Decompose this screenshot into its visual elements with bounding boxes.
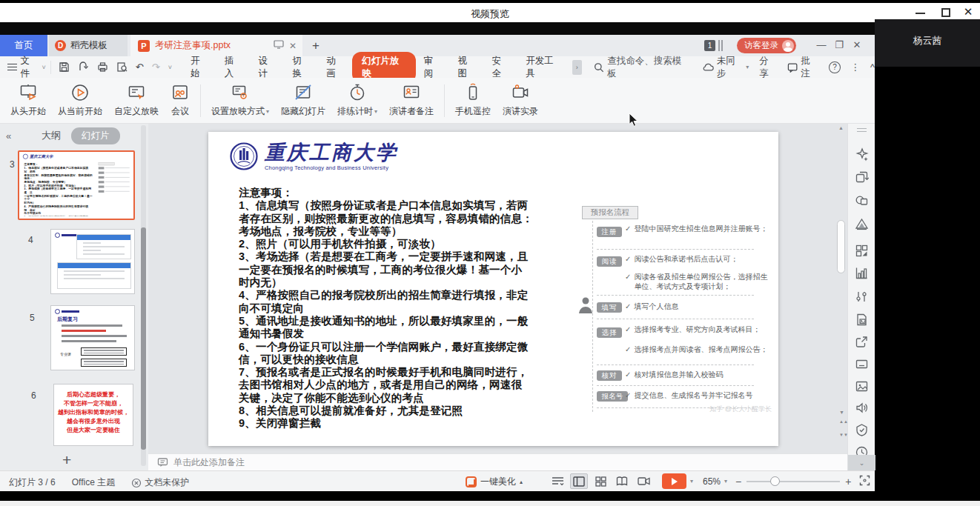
zoom-slider-knob[interactable] [770, 476, 780, 486]
wps-close-icon[interactable]: ✕ [850, 39, 864, 50]
zoom-options-icon[interactable]: ▾ [724, 478, 727, 485]
notes-icon [157, 457, 168, 467]
tab-slides[interactable]: 幻灯片 [71, 127, 120, 144]
outer-minimize-icon[interactable] [916, 13, 925, 14]
zoom-out-button[interactable]: − [735, 476, 741, 487]
customize-toolbar-icon[interactable]: ˅ [168, 64, 172, 71]
status-bar: 幻灯片 3 / 6 Office 主题 文档未保护 一键美化 ▴ [0, 470, 875, 491]
chart-icon[interactable] [855, 266, 869, 280]
watermark-text: 知乎 @长大小醒学长 [626, 405, 772, 414]
ribbon-from-beginning[interactable]: 从头开始 [4, 80, 52, 121]
image-document-icon[interactable] [855, 313, 869, 327]
outer-maximize-icon[interactable] [941, 8, 950, 17]
print-preview-icon[interactable] [116, 61, 128, 73]
play-icon [672, 478, 678, 485]
ribbon-record-show[interactable]: 演讲实录 [497, 80, 544, 121]
ribbon-from-current[interactable]: 从当前开始 [52, 80, 108, 121]
panel-scrollbar-thumb[interactable] [141, 227, 146, 450]
strip-collapse-button[interactable]: ⌄ [848, 455, 875, 470]
beautify-button[interactable]: 一键美化 ▴ [466, 476, 523, 488]
output-icon[interactable] [78, 61, 89, 73]
theme-name[interactable]: Office 主题 [72, 476, 115, 489]
view-reading-button[interactable] [613, 473, 631, 489]
redo-icon[interactable]: ↷ [152, 61, 160, 73]
collapse-ribbon-icon[interactable]: ^ [870, 62, 875, 73]
menu-overflow-button[interactable]: › [572, 60, 582, 75]
combine-shapes-icon[interactable] [855, 193, 869, 207]
canvas-scrollbar[interactable]: ▲ ▼ ▲▲ ▼▼ [836, 124, 847, 453]
strip-drag-handle[interactable] [857, 128, 867, 132]
collapse-panel-icon[interactable]: « [6, 130, 11, 142]
slide-canvas[interactable]: 重庆工商大学 Chongqing Technology and Business… [148, 124, 847, 470]
tab-close-icon[interactable]: ✕ [289, 41, 297, 51]
zoom-level[interactable]: 65% [703, 476, 721, 487]
slide-thumbnail-5[interactable]: 后期复习 专业课 [50, 305, 135, 370]
university-emblem-icon [229, 142, 259, 171]
current-slide[interactable]: 重庆工商大学 Chongqing Technology and Business… [208, 132, 778, 446]
slide-thumbnail-6[interactable]: 后期心态超级重要， 不管怎样一定不能崩， 越到出指标和简章的时候， 越会有很多意… [53, 384, 133, 446]
flow-item: ✓ 核对填报信息并输入校验码 [625, 370, 772, 380]
seal-badge-icon[interactable] [855, 423, 869, 437]
view-normal-button[interactable] [570, 473, 588, 489]
protection-status[interactable]: 文档未保护 [131, 476, 189, 489]
view-sorter-button[interactable] [592, 473, 609, 489]
textbox-icon[interactable] [855, 357, 869, 371]
outer-window-title: 视频预览 [0, 7, 980, 21]
slide-thumbnail-4[interactable] [50, 229, 135, 294]
ribbon-speaker-notes[interactable]: 演讲者备注 [383, 80, 440, 121]
ribbon-label: 排练计时 [337, 105, 373, 118]
outer-close-icon[interactable]: ✕ [961, 5, 976, 19]
thumb5-label: 专业课 [60, 352, 71, 356]
add-slide-button[interactable]: + [62, 451, 71, 469]
ribbon-custom-show[interactable]: 自定义放映 [108, 80, 165, 121]
notes-toggle-button[interactable] [549, 473, 566, 489]
tab-outline[interactable]: 大纲 [42, 129, 61, 142]
sound-icon[interactable] [855, 401, 869, 415]
switch-shapes-icon[interactable] [855, 170, 869, 184]
comment-button[interactable]: 批注 [787, 55, 818, 80]
undo-icon[interactable]: ↶ [136, 61, 144, 73]
print-icon[interactable] [97, 61, 108, 73]
scroll-up-icon[interactable]: ▲ [838, 125, 844, 130]
ribbon-phone-remote[interactable]: 手机遥控 [449, 80, 497, 121]
fit-to-window-icon[interactable] [859, 475, 870, 488]
command-search[interactable]: 查找命令、搜索模板 [594, 55, 689, 80]
layout-grid-icon[interactable] [855, 244, 869, 258]
participant-tile[interactable]: 杨云茜 [875, 19, 980, 67]
pre-registration-flowchart: 预报名流程 注册 ✓ 登陆中国研究生招生信息网并注册账号； 阅读 ✓ 阅读公告和… [582, 206, 773, 428]
canvas-scrollbar-thumb[interactable] [837, 220, 845, 273]
zoom-slider-track[interactable] [746, 481, 840, 482]
guest-login-button[interactable]: 访客登录 [737, 38, 796, 53]
share-button[interactable]: 分享 [759, 55, 777, 80]
ribbon-setup-show[interactable]: 设置放映方式▾ [205, 80, 275, 121]
beautify-star-icon[interactable] [855, 147, 869, 162]
status-left: 幻灯片 3 / 6 Office 主题 文档未保护 [9, 476, 189, 489]
scroll-down-icon[interactable]: ▼ [839, 410, 844, 415]
present-to-screen-icon[interactable] [274, 40, 284, 51]
file-menu[interactable]: 文件 ˅ [0, 55, 50, 80]
flow-item: ✓ 选择报考点并阅读省、报考点网报公告； [625, 345, 772, 355]
zoom-in-button[interactable]: + [845, 476, 851, 487]
wps-minimize-icon[interactable]: — [814, 39, 829, 50]
sync-status[interactable]: 未同步 ▾ [702, 55, 749, 80]
gradient-triangle-icon[interactable] [855, 217, 869, 231]
window-stack-badge[interactable]: 1 [704, 40, 715, 51]
tab-home[interactable]: 首页 [0, 35, 47, 56]
tab-docer[interactable]: D 稻壳模板 [49, 35, 128, 56]
ribbon-meeting[interactable]: 会议 [165, 80, 196, 121]
help-icon[interactable]: ? [829, 61, 840, 73]
more-options-icon[interactable]: ⋮ [851, 61, 861, 73]
record-view-button[interactable] [635, 473, 652, 489]
picture-icon[interactable] [855, 379, 869, 393]
play-options-icon[interactable]: ▾ [690, 478, 693, 485]
export-share-icon[interactable] [855, 335, 869, 349]
notes-bar[interactable]: 单击此处添加备注 [148, 453, 847, 470]
save-icon[interactable] [59, 61, 70, 73]
adjust-sliders-icon[interactable] [855, 290, 869, 304]
ribbon-hide-slide[interactable]: 隐藏幻灯片 [275, 80, 331, 121]
slide-thumbnail-3-selected[interactable]: 重庆工商大学 注意事项： 1、信息填写（按照身份证或者是户口本信息如实填写，若两… [18, 150, 135, 220]
wps-restore-icon[interactable]: ❐ [832, 39, 847, 50]
play-slideshow-button[interactable] [662, 473, 686, 489]
ribbon-rehearse-timing[interactable]: 排练计时▾ [331, 80, 383, 121]
outer-window-bottom-edge [0, 501, 980, 506]
